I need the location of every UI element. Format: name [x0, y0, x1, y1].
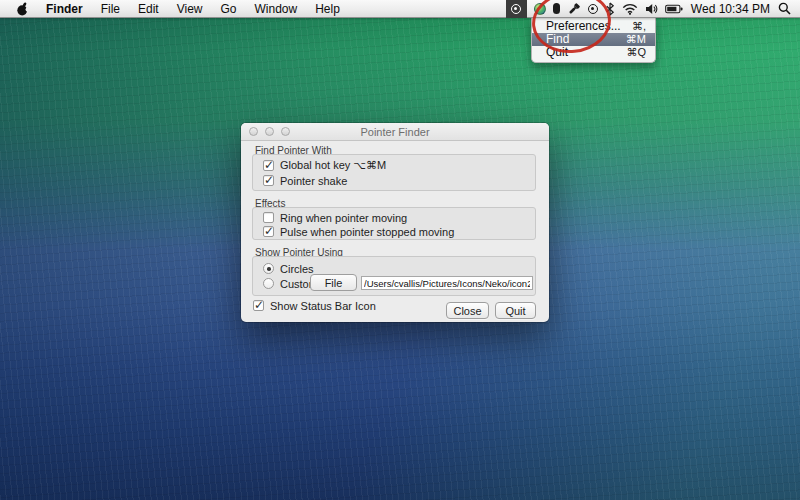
menu-item-file[interactable]: File — [92, 0, 129, 17]
menu-item-shortcut: ⌘M — [626, 33, 646, 46]
volume-icon — [645, 3, 658, 15]
target-icon — [588, 4, 598, 14]
radio-label: Circles — [280, 263, 314, 275]
menu-bar-status-area: Wed 10:34 PM — [506, 0, 800, 17]
menu-item-help[interactable]: Help — [306, 0, 349, 17]
menu-item-view[interactable]: View — [168, 0, 212, 17]
file-button[interactable]: File — [310, 274, 357, 291]
menu-item-window[interactable]: Window — [246, 0, 307, 17]
global-hotkey-checkbox[interactable]: ✓ — [263, 160, 274, 171]
close-window-button[interactable] — [249, 127, 258, 136]
zoom-window-button[interactable] — [281, 127, 290, 136]
target-icon — [511, 4, 521, 14]
flashlight-status-icon[interactable] — [567, 0, 581, 18]
group-box-show-pointer-using: Circles Custom File — [252, 256, 536, 296]
checkbox-row: ✓ Show Status Bar Icon — [253, 299, 376, 312]
spotlight-search-icon — [778, 2, 791, 15]
color-app-status-icon[interactable] — [534, 0, 546, 18]
checkbox-label: Ring when pointer moving — [280, 212, 407, 224]
pointer-shake-checkbox[interactable]: ✓ — [263, 175, 274, 186]
mouse-status-icon[interactable] — [553, 0, 560, 18]
apple-icon — [16, 2, 29, 16]
menu-bar-clock[interactable]: Wed 10:34 PM — [690, 2, 771, 16]
battery-status-icon[interactable] — [665, 0, 683, 18]
menu-bar: Finder File Edit View Go Window Help — [0, 0, 800, 18]
wifi-icon — [622, 3, 638, 15]
desktop-wallpaper: Finder File Edit View Go Window Help — [0, 0, 800, 500]
menu-item-shortcut: ⌘Q — [626, 46, 646, 59]
radio-row: Circles — [263, 262, 314, 275]
menu-item-finder[interactable]: Finder — [37, 0, 92, 17]
checkbox-row: ✓ Global hot key ⌥⌘M — [263, 159, 386, 172]
window-title: Pointer Finder — [360, 126, 429, 138]
custom-radio[interactable] — [263, 278, 274, 289]
window-controls — [249, 127, 290, 136]
checkbox-label: Pulse when pointer stopped moving — [280, 226, 454, 238]
volume-status-icon[interactable] — [645, 0, 658, 18]
quit-button[interactable]: Quit — [495, 302, 536, 319]
wifi-status-icon[interactable] — [622, 0, 638, 18]
pointer-finder-status-icon[interactable] — [506, 0, 527, 18]
menu-item-go[interactable]: Go — [212, 0, 246, 17]
color-app-icon — [534, 3, 546, 15]
minimize-window-button[interactable] — [265, 127, 274, 136]
checkbox-row: ✓ Pointer shake — [263, 174, 347, 187]
menu-item-quit[interactable]: Quit ⌘Q — [532, 46, 655, 59]
flashlight-icon — [567, 2, 581, 16]
window-title-bar[interactable]: Pointer Finder — [241, 123, 549, 141]
show-status-bar-icon-checkbox[interactable]: ✓ — [253, 300, 264, 311]
bluetooth-icon — [605, 2, 615, 16]
checkbox-label: Pointer shake — [280, 175, 347, 187]
menu-item-edit[interactable]: Edit — [129, 0, 168, 17]
status-menu: Preferences... ⌘, Find ⌘M Quit ⌘Q — [531, 18, 656, 63]
apple-menu[interactable] — [8, 0, 37, 17]
custom-icon-path-field[interactable] — [361, 276, 533, 290]
checkbox-row: Ring when pointer moving — [263, 211, 407, 224]
checkbox-label: Show Status Bar Icon — [270, 300, 376, 312]
menu-item-label: Quit — [546, 46, 626, 59]
target-status-icon[interactable] — [588, 0, 598, 18]
checkbox-label: Global hot key ⌥⌘M — [280, 159, 386, 172]
close-button[interactable]: Close — [446, 302, 489, 319]
spotlight-status-icon[interactable] — [778, 0, 791, 18]
circles-radio[interactable] — [263, 263, 274, 274]
group-box-find-pointer-with: ✓ Global hot key ⌥⌘M ✓ Pointer shake — [252, 154, 536, 191]
pointer-finder-window: Pointer Finder Find Pointer With ✓ Globa… — [241, 123, 549, 322]
ring-when-moving-checkbox[interactable] — [263, 212, 274, 223]
mouse-icon — [553, 3, 560, 14]
group-box-effects: Ring when pointer moving ✓ Pulse when po… — [252, 207, 536, 240]
bluetooth-status-icon[interactable] — [605, 0, 615, 18]
battery-icon — [665, 4, 683, 14]
menu-bar-left: Finder File Edit View Go Window Help — [0, 0, 349, 17]
checkbox-row: ✓ Pulse when pointer stopped moving — [263, 225, 454, 238]
menu-item-shortcut: ⌘, — [632, 20, 646, 33]
pulse-when-stopped-checkbox[interactable]: ✓ — [263, 226, 274, 237]
